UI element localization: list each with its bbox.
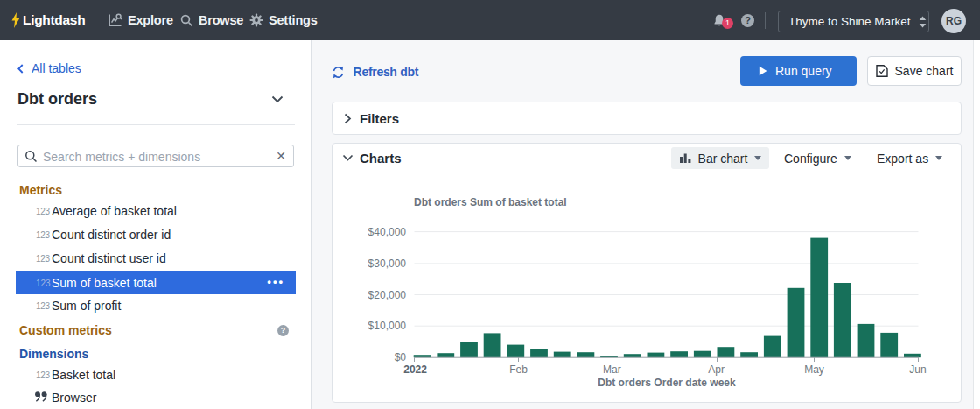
svg-text:$40,000: $40,000: [368, 226, 407, 238]
svg-text:Dbt orders Order date week: Dbt orders Order date week: [598, 377, 736, 389]
svg-text:$0: $0: [395, 351, 407, 363]
svg-text:Dbt orders Sum of basket total: Dbt orders Sum of basket total: [414, 196, 567, 208]
svg-text:$30,000: $30,000: [368, 257, 407, 270]
svg-text:May: May: [804, 363, 824, 376]
svg-text:$10,000: $10,000: [368, 320, 407, 332]
svg-text:Feb: Feb: [509, 363, 528, 376]
svg-text:2022: 2022: [403, 363, 427, 376]
svg-text:Jun: Jun: [909, 363, 926, 376]
svg-text:Apr: Apr: [708, 363, 724, 376]
svg-text:$20,000: $20,000: [368, 289, 407, 301]
svg-text:Mar: Mar: [603, 363, 621, 376]
